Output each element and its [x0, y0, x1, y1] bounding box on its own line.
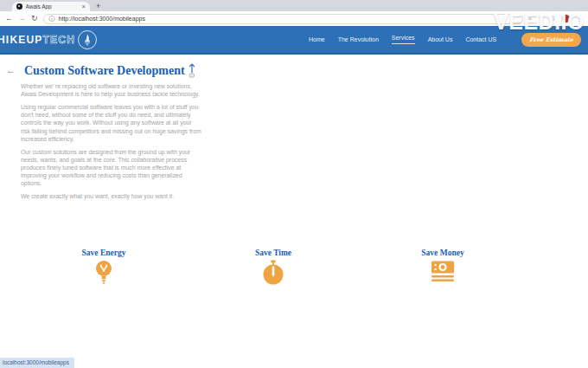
stopwatch-icon — [262, 260, 284, 286]
back-arrow[interactable]: ← — [6, 66, 16, 75]
paragraph: Whether we' re replacing old software or… — [21, 82, 202, 98]
forward-button[interactable]: → — [18, 15, 26, 23]
nav-item-about-us[interactable]: About Us — [428, 36, 453, 43]
reload-button[interactable]: ↻ — [31, 15, 38, 23]
nav-item-contact-us[interactable]: Contact US — [465, 36, 496, 43]
rocket-icon — [83, 34, 92, 46]
logo-text-secondary: TECH — [43, 34, 75, 46]
browser-toolbar: ← → ↻ ⓘ http://localhost:3000/mobileapps… — [0, 11, 588, 26]
logo-text-primary: HIKEUP — [0, 34, 43, 46]
feature-title: Save Energy — [19, 249, 189, 257]
browser-tab[interactable]: Awais App × — [12, 2, 90, 12]
nav-item-home[interactable]: Home — [309, 36, 325, 43]
rocket-badge — [78, 30, 97, 49]
feature-title: Save Money — [358, 249, 527, 257]
nav-item-the-revolution[interactable]: The Revolution — [338, 36, 379, 43]
feature-save-money: Save Money — [358, 249, 527, 289]
new-tab-button[interactable]: + — [96, 3, 100, 11]
tab-close-icon[interactable]: × — [82, 3, 86, 10]
banknotes-icon — [430, 260, 456, 282]
url-text[interactable]: http://localhost:3000/mobileapps — [59, 16, 145, 22]
feature-save-energy: Save Energy — [19, 249, 189, 289]
tab-favicon-icon — [16, 3, 22, 10]
lightbulb-icon — [94, 260, 113, 286]
heading-row: ← Custom Software Development — [0, 64, 588, 78]
page-title: Custom Software Development — [24, 64, 185, 78]
browser-window: Awais App × + ← → ↻ ⓘ http://localhost:3… — [0, 0, 588, 368]
tab-title: Awais App — [26, 3, 79, 10]
feature-save-time: Save Time — [189, 249, 358, 289]
back-button[interactable]: ← — [5, 15, 13, 23]
site-info-icon[interactable]: ⓘ — [49, 16, 55, 22]
features-row: Save Energy Save Time — [19, 249, 527, 289]
veed-watermark: VEED.IO — [494, 10, 585, 35]
feature-title: Save Time — [189, 249, 358, 257]
main-content: ← Custom Software Development Whether we… — [0, 55, 588, 359]
body-copy: Whether we' re replacing old software or… — [21, 82, 202, 200]
address-bar[interactable]: ⓘ http://localhost:3000/mobileapps — [43, 14, 523, 24]
mouse-cursor-icon — [187, 62, 197, 78]
site-logo[interactable]: HIKEUPTECH — [0, 30, 97, 49]
paragraph: We create exactly what you want, exactly… — [21, 192, 202, 200]
paragraph: Our custom solutions are designed from t… — [21, 148, 202, 188]
paragraph: Using regular commercial software leaves… — [21, 103, 202, 143]
status-bubble: localhost:3000/mobileapps — [0, 358, 74, 368]
nav-item-services[interactable]: Services — [392, 35, 415, 44]
